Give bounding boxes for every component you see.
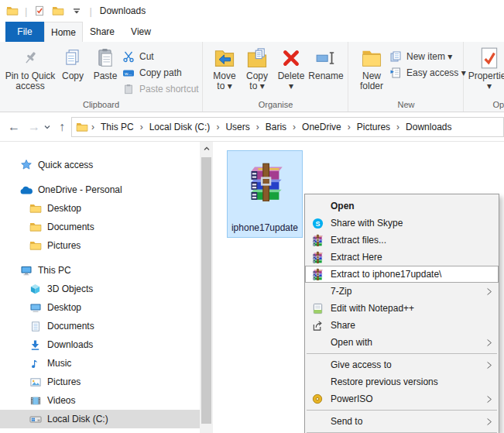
sidebar-item-onedrive-personal[interactable]: OneDrive - Personal [0,180,200,199]
up-button[interactable]: ↑ [54,119,70,135]
move-to-button[interactable]: Moveto ▾ [210,45,239,91]
sidebar-item-label: Documents [47,321,94,332]
menu-item-extract-files[interactable]: Extract files... [305,232,499,249]
new-item-button[interactable]: New item ▾ [389,48,466,64]
delete-button[interactable]: Delete▾ [275,45,307,91]
breadcrumb-chevron-icon[interactable]: › [215,122,220,132]
menu-item-share-with-skype[interactable]: SShare with Skype [305,215,499,232]
qat-dropdown-icon [72,6,81,15]
tab-view[interactable]: View [122,22,160,42]
breadcrumb[interactable]: ›This PC›Local Disk (C:)›Users›Baris›One… [71,117,504,137]
menu-icon-slot [311,376,324,388]
menu-item-send-to[interactable]: Send to [305,413,499,430]
copy-button[interactable]: Copy [57,45,88,81]
sidebar-item-label: Quick access [38,160,93,170]
rename-button[interactable]: Rename [307,45,345,81]
breadcrumb-item-downloads[interactable]: Downloads [403,122,454,132]
menu-item-label: PowerISO [331,393,483,404]
sidebar-item-pictures[interactable]: Pictures [0,373,200,391]
breadcrumb-chevron-icon[interactable]: › [91,122,95,132]
breadcrumb-item-pictures[interactable]: Pictures [354,122,393,132]
scroll-up-icon[interactable] [200,143,213,154]
window-title: Downloads [100,5,146,16]
menu-item-edit-with-notepad[interactable]: Edit with Notepad++ [305,300,499,317]
sidebar-item-documents[interactable]: Documents [0,218,200,236]
delete-icon [281,48,301,68]
menu-item-label: Give access to [331,359,483,370]
menu-separator [307,353,497,354]
disk-icon [29,413,42,425]
breadcrumb-item-local-disk-c[interactable]: Local Disk (C:) [146,122,214,132]
paste-shortcut-button[interactable]: Paste shortcut [122,81,199,97]
menu-item-give-access-to[interactable]: Give access to [305,356,499,373]
menu-item-7-zip[interactable]: 7-Zip [305,283,499,300]
easy-access-button[interactable]: Easy access ▾ [389,64,466,81]
sidebar-item-label: Downloads [47,339,93,350]
ribbon-tab-bar: File HomeShareView [0,22,504,42]
sidebar-item-downloads[interactable]: Downloads [0,335,200,354]
sidebar-item-pictures[interactable]: Pictures [0,236,200,255]
forward-button[interactable]: → [26,119,42,135]
menu-item-open[interactable]: Open [305,198,499,215]
tab-home[interactable]: Home [44,22,83,42]
properties-icon [478,46,501,70]
window-folder-icon [5,4,19,18]
sidebar-item-desktop[interactable]: Desktop [0,298,200,317]
breadcrumb-item-onedrive[interactable]: OneDrive [299,122,345,132]
menu-item-restore-previous-versions[interactable]: Restore previous versions [305,373,499,390]
sidebar-item-3d-objects[interactable]: 3D Objects [0,280,200,298]
sidebar-item-local-disk-c[interactable]: Local Disk (C:) [0,410,200,428]
menu-item-open-with[interactable]: Open with [305,334,499,351]
scrollbar-thumb[interactable] [201,157,211,424]
ribbon-group-label: New [349,100,463,109]
qat-qat-dropdown-button[interactable] [70,4,84,18]
submenu-arrow-icon [486,338,492,348]
menu-item-label: Open [331,201,483,211]
submenu-arrow-icon [486,394,492,404]
recent-locations-chevron-icon[interactable] [42,119,53,135]
ribbon-group-label: Open [465,100,504,109]
menu-item-extract-to-iphone17update[interactable]: Extract to iphone17update\ [305,266,499,283]
menu-item-label: Extract Here [331,252,483,263]
back-button[interactable]: ← [6,119,22,135]
pin-to-quick-access-button[interactable]: Pin to Quickaccess [6,45,54,91]
breadcrumb-chevron-icon[interactable]: › [347,122,351,132]
qat-folder-button[interactable] [51,4,65,18]
svg-text:w...: w... [124,70,132,75]
breadcrumb-item-this-pc[interactable]: This PC [98,122,137,132]
cut-button[interactable]: Cut [122,48,199,64]
sidebar-item-quick-access[interactable]: Quick access [0,156,200,174]
breadcrumb-chevron-icon[interactable]: › [396,122,400,132]
copy-path-button[interactable]: w...Copy path [122,64,199,81]
sidebar-item-videos[interactable]: Videos [0,391,200,410]
ribbon-group-label: Clipboard [0,100,202,109]
sidebar-item-documents[interactable]: Documents [0,317,200,335]
sidebar-item-music[interactable]: Music [0,354,200,373]
sidebar-item-this-pc[interactable]: This PC [0,261,200,280]
sidebar-scrollbar[interactable] [200,142,213,433]
sidebar-item-desktop[interactable]: Desktop [0,199,200,218]
breadcrumb-chevron-icon[interactable]: › [292,122,297,132]
breadcrumb-chevron-icon[interactable]: › [139,122,144,132]
button-label: Paste shortcut [139,84,199,95]
qat-check-doc-button[interactable] [33,4,46,18]
breadcrumb-item-baris[interactable]: Baris [262,122,290,132]
breadcrumb-chevron-icon[interactable]: › [255,122,260,132]
menu-item-poweriso[interactable]: PowerISO [305,390,499,407]
properties-button[interactable]: Properties▾ [468,45,504,91]
breadcrumb-item-users[interactable]: Users [222,122,252,132]
file-tile-iphone17update[interactable]: iphone17update [227,150,303,238]
menu-item-label: Send to [331,416,483,427]
this-pc-icon [20,264,33,277]
copy-to-button[interactable]: Copyto ▾ [242,45,272,91]
submenu-arrow-icon [486,287,492,297]
new-folder-button[interactable]: Newfolder [355,45,388,91]
menu-item-extract-here[interactable]: Extract Here [305,249,499,266]
tab-share[interactable]: Share [83,22,122,42]
submenu-arrow-icon [486,360,492,370]
tab-file[interactable]: File [5,22,44,42]
menu-item-share[interactable]: Share [305,317,499,334]
copy-path-icon: w... [122,67,135,79]
menu-item-label: Edit with Notepad++ [331,303,483,314]
paste-button[interactable]: Paste [90,45,121,81]
